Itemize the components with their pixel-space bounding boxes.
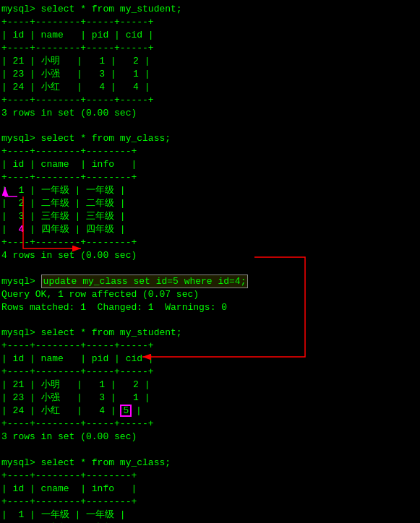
line-40: | 1 | 一年级 | 一年级 |	[1, 509, 420, 522]
line-7: | 24 | 小红 | 4 | 4 |	[1, 81, 420, 94]
line-25	[1, 314, 420, 327]
terminal: mysql> select * from my_student; +----+-…	[1, 3, 420, 523]
line-1: mysql> select * from my_student;	[1, 3, 420, 16]
line-18: | 4 | 四年级 | 四年级 |	[1, 223, 420, 236]
line-13: | id | cname | info |	[1, 158, 420, 171]
line-15: | 1 | 一年级 | 一年级 |	[1, 184, 420, 197]
line-5: | 21 | 小明 | 1 | 2 |	[1, 55, 420, 68]
line-2: +----+--------+-----+-----+	[1, 16, 420, 29]
line-33: +----+--------+-----+-----+	[1, 418, 420, 431]
line-22: mysql> update my_class set id=5 where id…	[1, 275, 420, 288]
line-35	[1, 444, 420, 457]
line-6: | 23 | 小强 | 3 | 1 |	[1, 68, 420, 81]
line-37: +----+--------+--------+	[1, 470, 420, 483]
line-11: mysql> select * from my_class;	[1, 132, 420, 145]
line-8: +----+--------+-----+-----+	[1, 94, 420, 107]
line-23: Query OK, 1 row affected (0.07 sec)	[1, 288, 420, 301]
update-cmd-highlight: update my_class set id=5 where id=4;	[41, 275, 249, 288]
line-31: | 23 | 小强 | 3 | 1 |	[1, 392, 420, 405]
line-10	[1, 119, 420, 132]
line-39: +----+--------+--------+	[1, 496, 420, 509]
line-9: 3 rows in set (0.00 sec)	[1, 107, 420, 120]
line-19: +----+--------+--------+	[1, 236, 420, 249]
line-17: | 3 | 三年级 | 三年级 |	[1, 210, 420, 223]
line-27: +----+--------+-----+-----+	[1, 340, 420, 353]
line-12: +----+--------+--------+	[1, 145, 420, 158]
line-16: | 2 | 二年级 | 二年级 |	[1, 197, 420, 210]
line-29: +----+--------+-----+-----+	[1, 366, 420, 379]
line-26: mysql> select * from my_student;	[1, 327, 420, 340]
line-4: +----+--------+-----+-----+	[1, 42, 420, 55]
line-28: | id | name | pid | cid |	[1, 353, 420, 366]
terminal-wrapper: mysql> select * from my_student; +----+-…	[1, 3, 420, 523]
line-36: mysql> select * from my_class;	[1, 457, 420, 470]
line-38: | id | cname | info |	[1, 483, 420, 496]
line-14: +----+--------+--------+	[1, 171, 420, 184]
line-24: Rows matched: 1 Changed: 1 Warnings: 0	[1, 301, 420, 314]
line-30: | 21 | 小明 | 1 | 2 |	[1, 379, 420, 392]
line-34: 3 rows in set (0.00 sec)	[1, 431, 420, 444]
line-32: | 24 | 小红 | 4 | 5 |	[1, 405, 420, 418]
line-20: 4 rows in set (0.00 sec)	[1, 249, 420, 262]
cid-5-box: 5	[121, 406, 130, 415]
line-21	[1, 262, 420, 275]
id-4-highlight: 4	[18, 224, 24, 235]
line-3: | id | name | pid | cid |	[1, 29, 420, 42]
